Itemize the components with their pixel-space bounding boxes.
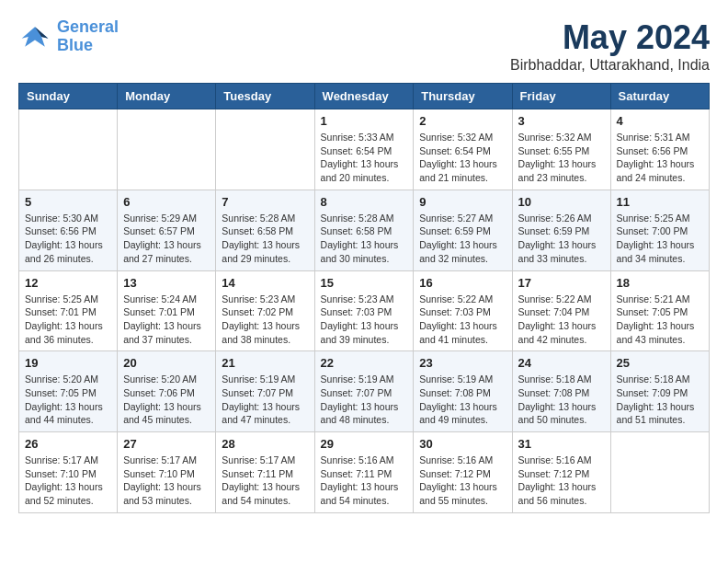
page-header: General Blue May 2024 Birbhaddar, Uttara… bbox=[18, 18, 710, 74]
calendar-cell: 7Sunrise: 5:28 AMSunset: 6:58 PMDaylight… bbox=[216, 190, 314, 270]
weekday-header: Sunday bbox=[19, 84, 118, 109]
calendar-cell: 20Sunrise: 5:20 AMSunset: 7:06 PMDayligh… bbox=[118, 351, 216, 432]
calendar-cell: 4Sunrise: 5:31 AMSunset: 6:56 PMDaylight… bbox=[610, 109, 709, 190]
calendar-cell: 30Sunrise: 5:16 AMSunset: 7:12 PMDayligh… bbox=[414, 432, 512, 513]
day-info: Sunrise: 5:28 AMSunset: 6:58 PMDaylight:… bbox=[222, 212, 308, 266]
day-number: 21 bbox=[222, 356, 308, 370]
calendar-week-row: 5Sunrise: 5:30 AMSunset: 6:56 PMDaylight… bbox=[19, 190, 710, 270]
calendar-cell: 29Sunrise: 5:16 AMSunset: 7:11 PMDayligh… bbox=[314, 432, 414, 513]
calendar-cell: 22Sunrise: 5:19 AMSunset: 7:07 PMDayligh… bbox=[314, 351, 414, 432]
day-info: Sunrise: 5:28 AMSunset: 6:58 PMDaylight:… bbox=[321, 212, 408, 266]
day-info: Sunrise: 5:21 AMSunset: 7:05 PMDaylight:… bbox=[617, 293, 703, 347]
day-info: Sunrise: 5:18 AMSunset: 7:08 PMDaylight:… bbox=[518, 373, 605, 427]
calendar-cell: 31Sunrise: 5:16 AMSunset: 7:12 PMDayligh… bbox=[512, 432, 610, 513]
calendar-cell: 2Sunrise: 5:32 AMSunset: 6:54 PMDaylight… bbox=[414, 109, 512, 190]
day-info: Sunrise: 5:17 AMSunset: 7:10 PMDaylight:… bbox=[123, 454, 210, 508]
day-number: 16 bbox=[419, 276, 506, 290]
day-number: 20 bbox=[123, 356, 210, 370]
day-info: Sunrise: 5:25 AMSunset: 7:01 PMDaylight:… bbox=[25, 293, 111, 347]
day-number: 19 bbox=[25, 356, 111, 370]
day-info: Sunrise: 5:18 AMSunset: 7:09 PMDaylight:… bbox=[617, 373, 703, 427]
day-number: 28 bbox=[222, 437, 308, 451]
day-info: Sunrise: 5:33 AMSunset: 6:54 PMDaylight:… bbox=[321, 131, 408, 185]
calendar-week-row: 1Sunrise: 5:33 AMSunset: 6:54 PMDaylight… bbox=[19, 109, 710, 190]
day-info: Sunrise: 5:27 AMSunset: 6:59 PMDaylight:… bbox=[419, 212, 506, 266]
calendar-cell bbox=[19, 109, 118, 190]
day-info: Sunrise: 5:23 AMSunset: 7:02 PMDaylight:… bbox=[222, 293, 308, 347]
weekday-header: Thursday bbox=[414, 84, 512, 109]
day-number: 29 bbox=[321, 437, 408, 451]
logo-icon bbox=[18, 20, 51, 53]
day-number: 1 bbox=[321, 114, 408, 128]
day-number: 2 bbox=[419, 114, 506, 128]
day-info: Sunrise: 5:17 AMSunset: 7:10 PMDaylight:… bbox=[25, 454, 111, 508]
day-info: Sunrise: 5:23 AMSunset: 7:03 PMDaylight:… bbox=[321, 293, 408, 347]
day-info: Sunrise: 5:32 AMSunset: 6:55 PMDaylight:… bbox=[518, 131, 605, 185]
month-title: May 2024 bbox=[510, 18, 710, 57]
calendar-cell: 28Sunrise: 5:17 AMSunset: 7:11 PMDayligh… bbox=[216, 432, 314, 513]
day-number: 26 bbox=[25, 437, 111, 451]
calendar-cell: 8Sunrise: 5:28 AMSunset: 6:58 PMDaylight… bbox=[314, 190, 414, 270]
day-number: 23 bbox=[419, 356, 506, 370]
calendar-cell bbox=[118, 109, 216, 190]
calendar-cell: 21Sunrise: 5:19 AMSunset: 7:07 PMDayligh… bbox=[216, 351, 314, 432]
weekday-header: Friday bbox=[512, 84, 610, 109]
day-number: 10 bbox=[518, 195, 605, 209]
day-info: Sunrise: 5:20 AMSunset: 7:05 PMDaylight:… bbox=[25, 373, 111, 427]
day-info: Sunrise: 5:31 AMSunset: 6:56 PMDaylight:… bbox=[617, 131, 703, 185]
weekday-header: Tuesday bbox=[216, 84, 314, 109]
location-title: Birbhaddar, Uttarakhand, India bbox=[510, 57, 710, 74]
calendar-cell: 6Sunrise: 5:29 AMSunset: 6:57 PMDaylight… bbox=[118, 190, 216, 270]
day-info: Sunrise: 5:16 AMSunset: 7:11 PMDaylight:… bbox=[321, 454, 408, 508]
day-number: 13 bbox=[123, 276, 210, 290]
day-number: 12 bbox=[25, 276, 111, 290]
title-block: May 2024 Birbhaddar, Uttarakhand, India bbox=[510, 18, 710, 74]
day-number: 11 bbox=[617, 195, 703, 209]
day-info: Sunrise: 5:19 AMSunset: 7:07 PMDaylight:… bbox=[222, 373, 308, 427]
calendar-cell: 15Sunrise: 5:23 AMSunset: 7:03 PMDayligh… bbox=[314, 270, 414, 351]
day-number: 5 bbox=[25, 195, 111, 209]
day-info: Sunrise: 5:16 AMSunset: 7:12 PMDaylight:… bbox=[419, 454, 506, 508]
calendar-week-row: 19Sunrise: 5:20 AMSunset: 7:05 PMDayligh… bbox=[19, 351, 710, 432]
day-number: 24 bbox=[518, 356, 605, 370]
day-info: Sunrise: 5:20 AMSunset: 7:06 PMDaylight:… bbox=[123, 373, 210, 427]
day-number: 7 bbox=[222, 195, 308, 209]
day-number: 27 bbox=[123, 437, 210, 451]
day-number: 8 bbox=[321, 195, 408, 209]
calendar-week-row: 26Sunrise: 5:17 AMSunset: 7:10 PMDayligh… bbox=[19, 432, 710, 513]
day-number: 18 bbox=[617, 276, 703, 290]
calendar-cell bbox=[216, 109, 314, 190]
calendar-table: SundayMondayTuesdayWednesdayThursdayFrid… bbox=[18, 83, 710, 513]
calendar-cell: 14Sunrise: 5:23 AMSunset: 7:02 PMDayligh… bbox=[216, 270, 314, 351]
calendar-cell: 25Sunrise: 5:18 AMSunset: 7:09 PMDayligh… bbox=[610, 351, 709, 432]
day-info: Sunrise: 5:24 AMSunset: 7:01 PMDaylight:… bbox=[123, 293, 210, 347]
day-info: Sunrise: 5:26 AMSunset: 6:59 PMDaylight:… bbox=[518, 212, 605, 266]
calendar-cell: 10Sunrise: 5:26 AMSunset: 6:59 PMDayligh… bbox=[512, 190, 610, 270]
calendar-cell bbox=[610, 432, 709, 513]
calendar-cell: 3Sunrise: 5:32 AMSunset: 6:55 PMDaylight… bbox=[512, 109, 610, 190]
calendar-cell: 24Sunrise: 5:18 AMSunset: 7:08 PMDayligh… bbox=[512, 351, 610, 432]
calendar-header-row: SundayMondayTuesdayWednesdayThursdayFrid… bbox=[19, 84, 710, 109]
calendar-week-row: 12Sunrise: 5:25 AMSunset: 7:01 PMDayligh… bbox=[19, 270, 710, 351]
day-number: 30 bbox=[419, 437, 506, 451]
day-info: Sunrise: 5:30 AMSunset: 6:56 PMDaylight:… bbox=[25, 212, 111, 266]
calendar-cell: 12Sunrise: 5:25 AMSunset: 7:01 PMDayligh… bbox=[19, 270, 118, 351]
calendar-cell: 27Sunrise: 5:17 AMSunset: 7:10 PMDayligh… bbox=[118, 432, 216, 513]
calendar-cell: 1Sunrise: 5:33 AMSunset: 6:54 PMDaylight… bbox=[314, 109, 414, 190]
day-info: Sunrise: 5:16 AMSunset: 7:12 PMDaylight:… bbox=[518, 454, 605, 508]
day-info: Sunrise: 5:19 AMSunset: 7:08 PMDaylight:… bbox=[419, 373, 506, 427]
day-number: 15 bbox=[321, 276, 408, 290]
day-number: 4 bbox=[617, 114, 703, 128]
day-info: Sunrise: 5:25 AMSunset: 7:00 PMDaylight:… bbox=[617, 212, 703, 266]
calendar-cell: 17Sunrise: 5:22 AMSunset: 7:04 PMDayligh… bbox=[512, 270, 610, 351]
day-info: Sunrise: 5:22 AMSunset: 7:04 PMDaylight:… bbox=[518, 293, 605, 347]
calendar-cell: 19Sunrise: 5:20 AMSunset: 7:05 PMDayligh… bbox=[19, 351, 118, 432]
day-info: Sunrise: 5:17 AMSunset: 7:11 PMDaylight:… bbox=[222, 454, 308, 508]
calendar-cell: 16Sunrise: 5:22 AMSunset: 7:03 PMDayligh… bbox=[414, 270, 512, 351]
day-info: Sunrise: 5:22 AMSunset: 7:03 PMDaylight:… bbox=[419, 293, 506, 347]
day-info: Sunrise: 5:19 AMSunset: 7:07 PMDaylight:… bbox=[321, 373, 408, 427]
day-number: 6 bbox=[123, 195, 210, 209]
day-number: 31 bbox=[518, 437, 605, 451]
logo: General Blue bbox=[18, 18, 119, 55]
day-number: 3 bbox=[518, 114, 605, 128]
